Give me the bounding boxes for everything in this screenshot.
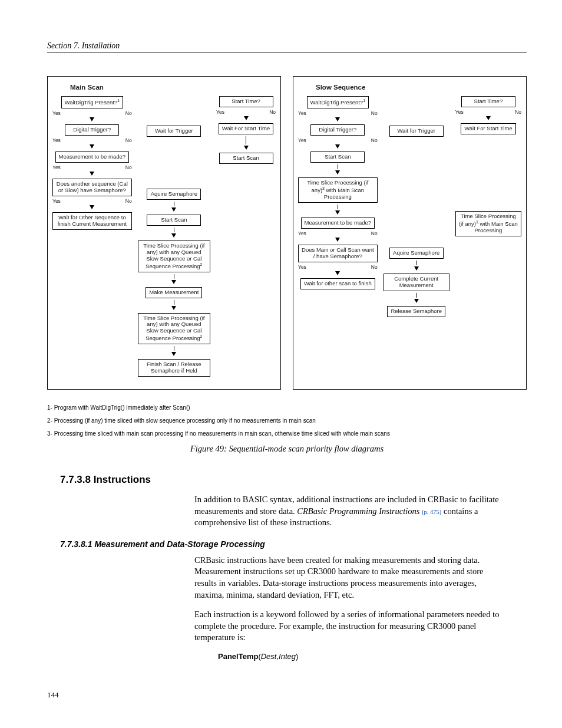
footnote: 2- Processing (if any) time sliced with … xyxy=(47,414,527,427)
no-label: No xyxy=(125,137,132,143)
arrow-down-icon xyxy=(335,238,340,242)
subsection-heading-measurement: 7.7.3.8.1 Measurement and Data-Storage P… xyxy=(60,539,527,549)
page-number: 144 xyxy=(47,690,527,700)
arrow-down-icon xyxy=(244,146,249,150)
arrow-down-icon xyxy=(171,306,176,310)
node: Start Scan xyxy=(310,151,365,163)
node: Measurement to be made? xyxy=(55,151,130,163)
yes-label: Yes xyxy=(298,110,306,116)
node: Start Time? xyxy=(219,96,273,107)
figure-caption: Figure 49: Sequential-mode scan priority… xyxy=(47,444,527,454)
arrow-down-icon xyxy=(171,352,176,356)
diagram-footnotes: 1- Program with WaitDigTrig() immediatel… xyxy=(47,401,527,440)
arrow-down-icon xyxy=(414,266,419,271)
node: Wait For Start Time xyxy=(219,123,273,134)
arrow-down-icon xyxy=(414,299,419,303)
yes-label: Yes xyxy=(216,109,224,115)
no-label: No xyxy=(371,230,378,236)
node: Wait for Trigger xyxy=(389,126,444,137)
no-label: No xyxy=(125,198,132,204)
arrow-down-icon xyxy=(335,210,340,215)
code-example: PanelTemp(Dest,Integ) xyxy=(218,652,527,661)
yes-label: Yes xyxy=(298,264,306,270)
node: Digital Trigger? xyxy=(310,124,365,136)
node: Measurement to be made? xyxy=(301,218,375,229)
arrow-down-icon xyxy=(90,117,94,121)
node: Time Slice Processing (if any)1 with Mai… xyxy=(455,211,521,236)
node: Does another sequence (Cal or Slow) have… xyxy=(52,179,132,196)
arrow-down-icon xyxy=(335,271,340,275)
node: Time Slice Processing (if any) with any … xyxy=(138,241,210,272)
arrow-down-icon xyxy=(244,116,249,120)
yes-label: Yes xyxy=(52,137,61,143)
no-label: No xyxy=(371,110,378,116)
paragraph: In addition to BASIC syntax, additional … xyxy=(194,494,507,529)
node: Aquire Semaphore xyxy=(147,189,201,200)
node: Digital Trigger? xyxy=(65,124,119,136)
arrow-down-icon xyxy=(171,207,176,212)
node: Start Time? xyxy=(461,96,515,107)
arrow-down-icon xyxy=(171,280,176,284)
page-ref-link[interactable]: (p. 475) xyxy=(422,509,441,515)
node: Release Semaphore xyxy=(387,306,445,317)
paragraph: Each instruction is a keyword followed b… xyxy=(194,609,507,644)
arrow-down-icon xyxy=(335,144,340,149)
footnote: 3- Processing time sliced with main scan… xyxy=(47,427,527,440)
node: Finish Scan / Release Semaphore if Held xyxy=(138,359,210,377)
running-header: Section 7. Installation xyxy=(47,41,527,52)
yes-label: Yes xyxy=(298,230,306,236)
node: Aquire Semaphore xyxy=(389,248,444,259)
main-scan-panel: Main Scan WaitDigTrig Present?1 YesNo Di… xyxy=(47,76,281,390)
node: WaitDigTrig Present?1 xyxy=(307,96,369,108)
node: Wait for Other Sequence to finish Curren… xyxy=(52,212,132,230)
node: Does Main or Call Scan want / have Semap… xyxy=(298,245,378,262)
node: Start Scan xyxy=(219,153,273,164)
node: Complete Current Measurement xyxy=(384,274,449,291)
arrow-down-icon xyxy=(90,172,94,176)
no-label: No xyxy=(125,164,132,170)
main-scan-title: Main Scan xyxy=(70,84,276,91)
section-heading-instructions: 7.7.3.8 Instructions xyxy=(60,474,527,486)
node: Make Measurement xyxy=(146,287,202,298)
arrow-down-icon xyxy=(486,116,491,120)
no-label: No xyxy=(371,264,378,270)
yes-label: Yes xyxy=(52,198,61,204)
yes-label: Yes xyxy=(298,137,306,143)
slow-sequence-panel: Slow Sequence WaitDigTrig Present?1 YesN… xyxy=(293,76,527,390)
node: Time Slice Processing (if any) with any … xyxy=(138,313,210,345)
node: Wait for Trigger xyxy=(147,126,201,137)
no-label: No xyxy=(269,109,276,115)
arrow-down-icon xyxy=(90,205,94,209)
slow-sequence-title: Slow Sequence xyxy=(316,84,521,91)
no-label: No xyxy=(371,137,378,143)
yes-label: Yes xyxy=(455,109,464,115)
node: Wait for other scan to finish xyxy=(300,278,375,289)
paragraph: CRBasic instructions have been created f… xyxy=(194,555,507,601)
arrow-down-icon xyxy=(90,144,94,149)
arrow-down-icon xyxy=(335,117,340,121)
arrow-down-icon xyxy=(335,170,340,174)
flow-diagrams: Main Scan WaitDigTrig Present?1 YesNo Di… xyxy=(47,76,527,390)
no-label: No xyxy=(125,110,132,116)
node: Wait For Start Time xyxy=(461,123,515,134)
arrow-down-icon xyxy=(171,233,176,238)
footnote: 1- Program with WaitDigTrig() immediatel… xyxy=(47,401,527,414)
node: Time Slice Processing (if any)3 with Mai… xyxy=(298,177,378,203)
yes-label: Yes xyxy=(52,164,61,170)
node: Start Scan xyxy=(147,215,201,226)
node: WaitDigTrig Present?1 xyxy=(61,96,123,108)
yes-label: Yes xyxy=(52,110,61,116)
no-label: No xyxy=(515,109,521,115)
